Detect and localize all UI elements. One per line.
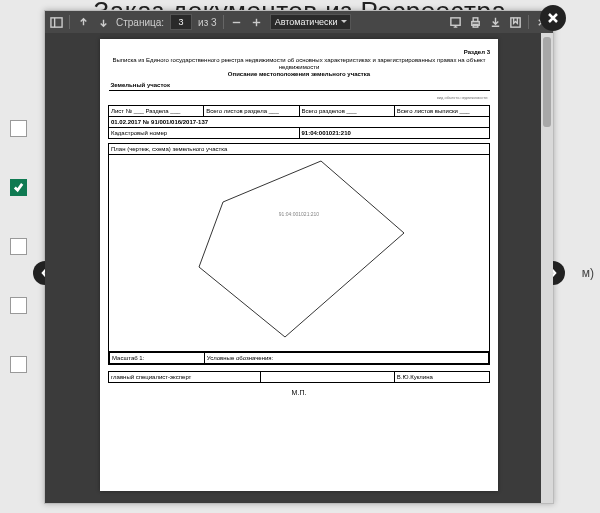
page-total: из 3 bbox=[198, 17, 217, 28]
signer-name: В.Ю.Куклина bbox=[394, 371, 489, 382]
filter-checkbox[interactable] bbox=[10, 356, 27, 373]
toolbar-separator bbox=[528, 15, 529, 29]
svg-rect-5 bbox=[450, 17, 459, 24]
background-checkbox-column bbox=[10, 120, 27, 373]
toolbar-separator bbox=[223, 15, 224, 29]
scale-cell: Масштаб 1: bbox=[110, 352, 205, 363]
plot-cad-label: 91:04:001021:210 bbox=[279, 211, 319, 217]
sidebar-toggle-icon[interactable] bbox=[49, 15, 63, 29]
svg-rect-7 bbox=[473, 17, 478, 21]
date-number-cell: 01.02.2017 № 91/001/016/2017-137 bbox=[109, 116, 490, 127]
sheet-cell: Всего разделов ___ bbox=[299, 105, 394, 116]
background-text-fragment: м) bbox=[582, 266, 594, 280]
print-icon[interactable] bbox=[468, 15, 482, 29]
bookmark-icon[interactable] bbox=[508, 15, 522, 29]
presentation-icon[interactable] bbox=[448, 15, 462, 29]
close-button[interactable] bbox=[540, 5, 566, 31]
sheet-cell: Всего листов выписки ___ bbox=[394, 105, 489, 116]
zoom-out-icon[interactable] bbox=[230, 15, 244, 29]
object-type: Земельный участок bbox=[109, 80, 490, 91]
zoom-in-icon[interactable] bbox=[250, 15, 264, 29]
download-icon[interactable] bbox=[488, 15, 502, 29]
document-subtitle: Описание местоположения земельного участ… bbox=[108, 71, 490, 78]
zoom-select[interactable]: Автоматически bbox=[270, 14, 351, 30]
stamp-label: М.П. bbox=[108, 389, 490, 396]
plan-title-cell: План (чертеж, схема) земельного участка bbox=[109, 143, 490, 154]
legend-cell: Условные обозначения: bbox=[204, 352, 488, 363]
filter-checkbox[interactable] bbox=[10, 238, 27, 255]
document-viewer-modal: Страница: 3 из 3 Автоматически Раздел 3 … bbox=[44, 10, 554, 504]
page-down-icon[interactable] bbox=[96, 15, 110, 29]
svg-rect-0 bbox=[50, 17, 61, 26]
pdf-viewport[interactable]: Раздел 3 Выписка из Единого государствен… bbox=[45, 33, 553, 503]
cad-label-cell: Кадастровый номер bbox=[109, 127, 300, 138]
vertical-scrollbar[interactable] bbox=[541, 33, 553, 503]
pdf-page: Раздел 3 Выписка из Единого государствен… bbox=[100, 39, 498, 491]
filter-checkbox[interactable] bbox=[10, 120, 27, 137]
cad-number-cell: 91:04:001021:210 bbox=[299, 127, 490, 138]
page-number-input[interactable]: 3 bbox=[170, 14, 192, 30]
sheet-cell: Лист № ___ Раздела ___ bbox=[109, 105, 204, 116]
sheet-cell: Всего листов раздела ___ bbox=[204, 105, 299, 116]
land-plot-plan: 91:04:001021:210 bbox=[109, 155, 489, 351]
page-label: Страница: bbox=[116, 17, 164, 28]
svg-marker-10 bbox=[199, 161, 404, 337]
pdf-toolbar: Страница: 3 из 3 Автоматически bbox=[45, 11, 553, 33]
filter-checkbox[interactable] bbox=[10, 297, 27, 314]
page-up-icon[interactable] bbox=[76, 15, 90, 29]
section-number: Раздел 3 bbox=[108, 49, 490, 55]
filter-checkbox[interactable] bbox=[10, 179, 27, 196]
toolbar-separator bbox=[69, 15, 70, 29]
document-title: Выписка из Единого государственного реес… bbox=[108, 57, 490, 71]
signer-role: главный специалист-эксперт bbox=[109, 371, 261, 382]
